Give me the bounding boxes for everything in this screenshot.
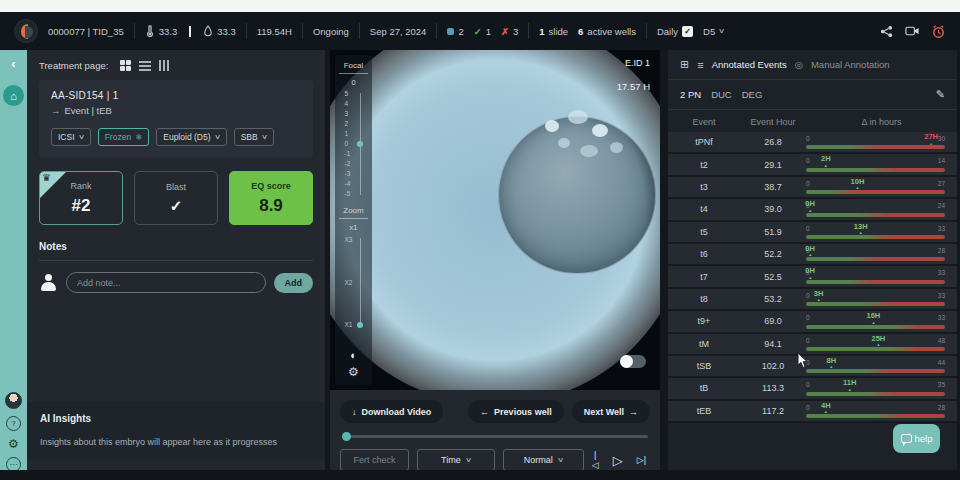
skip-previous-button[interactable]: |◁ [592,450,599,470]
event-row[interactable]: t2 29.1 0 14 2H ▲ [668,154,957,176]
sbb-dropdown[interactable]: SBB∨ [234,128,274,146]
focal-tick[interactable]: 4 [342,99,366,109]
event-name: tM [668,339,740,349]
day-select[interactable]: D5 ∨ [703,26,724,37]
alerts-button[interactable] [930,23,946,39]
euploid-dropdown[interactable]: Euploid (D5)∨ [156,128,226,146]
event-row[interactable]: t6 52.2 0 28 0H ▲ [668,244,957,266]
time-dropdown[interactable]: Time ∨ [417,449,495,471]
edit-annotations-button[interactable]: ✎ [936,88,945,101]
delta-bar-track [806,190,945,194]
focal-tick[interactable]: -1 [342,149,366,159]
zoom-label: Zoom [339,206,368,219]
settings-button[interactable]: ⚙ [8,438,19,450]
count-ok: ✓1 [474,26,491,37]
delta-marker: 0H ▲ [805,200,815,213]
focal-tick[interactable]: 2 [342,119,366,129]
ellipsis-icon: ⋯ [10,460,18,469]
add-note-input[interactable] [66,272,266,293]
previous-well-button[interactable]: ← Previous well [468,400,564,423]
event-row[interactable]: t7 52.5 0 33 0H ▲ [668,266,957,288]
delta-marker: 0H ▲ [805,267,815,280]
delta-max: 28 [938,404,945,411]
focal-tick[interactable]: -2 [342,159,366,169]
video-button[interactable] [904,23,920,39]
tab-manual-annotation[interactable]: Manual Annotation [811,59,890,70]
tab-annotated-events[interactable]: Annotated Events [712,59,787,70]
app-logo-icon[interactable] [14,19,38,43]
speed-dropdown[interactable]: Normal ∨ [503,449,584,471]
daily-toggle[interactable]: Daily ✓ [657,26,693,37]
embryo-image[interactable]: Focal 0 543210-1-2-3-4-5 Zoom x1 X3 X2 X… [330,50,660,390]
event-row[interactable]: tSB 102.0 0 44 8H ▲ [668,356,957,378]
timeline-handle[interactable] [342,432,351,441]
attribute-pills: ICSI∨ Frozen❄ Euploid (D5)∨ SBB∨ [51,128,301,146]
focal-tick[interactable]: -5 [342,189,366,199]
play-button[interactable]: ▷ [613,453,623,468]
user-avatar[interactable] [5,392,22,409]
top-bar: 0000077 | TID_35 33.3 33.3 119.54H Ongoi… [0,12,960,50]
icsi-dropdown[interactable]: ICSI∨ [51,128,91,146]
ai-insights-card: AI Insights Insights about this embryo w… [27,402,325,460]
focal-tick[interactable]: 1 [342,129,366,139]
zoom-handle[interactable] [357,322,363,328]
count-discarded: ✗3 [501,26,518,37]
event-row[interactable]: t5 51.9 0 33 13H ▲ [668,222,957,244]
grid-view-icon[interactable] [120,60,131,71]
zoom-tick[interactable]: X3 [345,236,366,243]
delta-max: 27 [938,180,945,187]
ai-insights-title: AI Insights [40,413,312,424]
overlay-toggle[interactable] [620,355,646,368]
rank-card: ♛ Rank #2 [39,171,123,225]
add-note-button[interactable]: Add [274,273,314,293]
zoom-slider[interactable]: X3 X2 X1 [342,234,366,330]
duc-badge[interactable]: DUC [711,89,732,100]
event-row[interactable]: t8 53.2 0 33 3H ▲ [668,289,957,311]
help-button[interactable]: help [893,424,940,453]
fert-check-button[interactable]: Fert check [340,449,409,471]
divider [436,23,437,39]
column-view-icon[interactable] [159,60,171,71]
focal-tick[interactable]: -3 [342,169,366,179]
chevron-down-icon: ∨ [78,133,85,141]
next-well-button[interactable]: Next Well → [572,400,650,423]
home-button[interactable]: ⌂ [3,85,24,106]
event-name: t3 [668,182,740,192]
event-hour: 39.0 [740,204,806,214]
focal-tick[interactable]: 3 [342,109,366,119]
event-hour: 51.9 [740,227,806,237]
table-view-icon[interactable]: ⊞ [680,58,689,71]
pn-badge[interactable]: 2 PN [680,89,701,100]
arrow-left-icon: ← [480,407,489,417]
active-wells-count: 6active wells [578,26,636,37]
event-row[interactable]: t3 38.7 0 27 10H ▲ [668,177,957,199]
zoom-tick[interactable]: X2 [345,279,366,286]
event-row[interactable]: t9+ 69.0 0 33 16H ▲ [668,311,957,333]
help-circle-button[interactable]: ? [6,416,21,431]
list-view-icon[interactable]: ≡ [697,59,703,71]
delta-bar: 0 14 2H ▲ [806,154,945,174]
event-row[interactable]: tM 94.1 0 48 25H ▲ [668,334,957,356]
focal-handle[interactable] [357,141,363,147]
focal-slider[interactable]: 543210-1-2-3-4-5 [342,89,366,199]
contrast-icon[interactable]: ◐ [350,349,357,361]
timeline-slider[interactable] [342,435,648,438]
event-row[interactable]: t4 39.0 0 24 0H ▲ [668,199,957,221]
event-row[interactable]: tPNf 26.8 0 30 27H ▲ [668,132,957,154]
skip-next-button[interactable]: ▷| [637,455,646,465]
deg-badge[interactable]: DEG [742,89,763,100]
frozen-badge[interactable]: Frozen❄ [98,128,150,146]
annotations-tabs: ⊞ ≡ Annotated Events ◎ Manual Annotation [668,50,957,80]
share-button[interactable] [878,23,894,39]
delta-max: 33 [938,269,945,276]
list-view-icon[interactable] [139,61,151,71]
image-settings-icon[interactable]: ⚙ [348,365,359,379]
download-video-button[interactable]: ↓ Download Video [340,400,443,423]
collapse-sidebar-button[interactable]: ‹ [11,56,15,71]
focal-tick[interactable]: -4 [342,179,366,189]
event-row[interactable]: tB 113.3 0 35 11H ▲ [668,378,957,400]
focal-tick[interactable]: 5 [342,89,366,99]
event-row[interactable]: tEB 117.2 0 28 4H ▲ [668,401,957,423]
daily-checkbox[interactable]: ✓ [682,26,693,37]
event-hour: 29.1 [740,160,806,170]
